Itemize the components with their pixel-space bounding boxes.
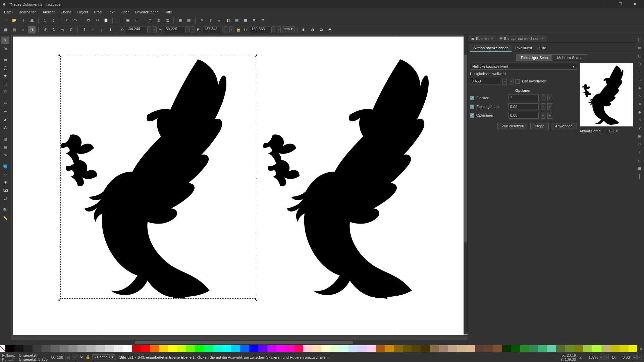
opacity-inc[interactable]: + <box>72 355 76 360</box>
threshold-dec[interactable]: − <box>502 78 507 84</box>
opacity-value[interactable]: 100 <box>57 355 63 359</box>
reset-button[interactable]: Zurücksetzen <box>497 123 528 129</box>
color-swatch[interactable] <box>421 345 430 352</box>
menu-pfad[interactable]: Pfad <box>92 9 105 15</box>
color-swatch[interactable] <box>484 345 493 352</box>
unlink-button[interactable]: ⛓ <box>163 17 171 24</box>
color-swatch[interactable] <box>547 345 556 352</box>
spiral-tool[interactable]: ➰ <box>1 88 9 96</box>
color-swatch[interactable] <box>457 345 466 352</box>
smooth-checkbox[interactable]: ✓ <box>470 105 474 109</box>
color-swatch[interactable] <box>77 345 87 352</box>
close-tab-layers[interactable]: ✕ <box>490 37 494 40</box>
color-swatch[interactable] <box>330 345 339 352</box>
color-swatch[interactable] <box>529 345 538 352</box>
spray-tool[interactable]: ❄ <box>1 179 9 186</box>
resize-handle-se[interactable]: ↘ <box>254 297 258 301</box>
selectors-button[interactable]: ⚑ <box>251 17 258 24</box>
color-swatch[interactable] <box>430 345 439 352</box>
lock-ratio-button[interactable]: 🔒 <box>235 26 242 34</box>
palette-menu[interactable]: ◂ <box>637 345 644 352</box>
snap-path[interactable]: ∿ <box>637 93 643 99</box>
menu-ebene[interactable]: Ebene <box>58 9 74 15</box>
canvas[interactable]: ↖ ↕ ↗ ↔ ↔ ↙ ↕ ↘ ↖⇲ <box>11 35 468 340</box>
snap-rotation[interactable]: ⟳ <box>637 141 643 147</box>
visibility-icon[interactable]: 👁 <box>80 355 84 359</box>
color-swatch[interactable] <box>222 345 231 352</box>
flip-h-button[interactable]: ⇋ <box>59 26 66 34</box>
color-swatch[interactable] <box>294 345 304 352</box>
text-dialog-button[interactable]: T <box>207 17 214 24</box>
affect-corners-button[interactable]: ◑ <box>309 26 316 34</box>
color-swatch[interactable] <box>511 345 520 352</box>
resize-handle-nw[interactable]: ↖ <box>58 53 61 57</box>
color-swatch[interactable] <box>60 345 69 352</box>
resize-handle-n[interactable]: ↕ <box>157 53 160 57</box>
color-swatch[interactable] <box>213 345 222 352</box>
menu-erweiterungen[interactable]: Erweiterungen <box>132 9 161 15</box>
color-swatch[interactable] <box>258 345 267 352</box>
color-swatch[interactable] <box>520 345 529 352</box>
color-swatch[interactable] <box>141 345 150 352</box>
resize-handle-sw[interactable]: ↙ <box>58 297 61 301</box>
affect-stroke-button[interactable]: ◐ <box>300 26 308 34</box>
align-dialog-button[interactable]: ≡ <box>216 17 223 24</box>
subtab-help[interactable]: Hilfe <box>535 45 549 52</box>
color-swatch[interactable] <box>376 345 385 352</box>
duplicate-button[interactable]: ⿻ <box>146 17 153 24</box>
dove-image-copy[interactable] <box>263 56 459 299</box>
redo-button[interactable]: ↷ <box>72 17 79 24</box>
menu-bearbeiten[interactable]: Bearbeiten <box>16 9 39 15</box>
unit-select[interactable]: mm ▾ <box>282 26 294 33</box>
resize-handle-s[interactable]: ↕ <box>157 297 160 301</box>
affect-gradient-button[interactable]: ◒ <box>318 26 325 34</box>
paste-button[interactable]: 📋 <box>102 17 110 24</box>
snap-intersect[interactable]: ✕ <box>637 101 643 107</box>
snap-enable[interactable]: ⬚ <box>637 37 643 43</box>
snap-mid[interactable]: ⊡ <box>637 69 643 75</box>
flip-v-button[interactable]: ⇵ <box>67 26 75 34</box>
color-swatch[interactable] <box>556 345 565 352</box>
smooth-dec[interactable]: − <box>541 103 545 110</box>
trace-method-select[interactable]: Helligkeitsschwellwert▾ <box>470 63 577 70</box>
affect-pattern-button[interactable]: ◓ <box>326 26 334 34</box>
tweak-tool[interactable]: 〰 <box>1 171 9 178</box>
h-dec[interactable]: − <box>271 26 275 33</box>
color-swatch[interactable] <box>367 345 376 352</box>
snap-grid[interactable]: ▦ <box>637 165 643 171</box>
zoom-page-button[interactable]: ▭ <box>133 17 140 24</box>
color-swatch[interactable] <box>5 345 14 352</box>
import-button[interactable]: ⤵ <box>41 17 49 24</box>
x-input[interactable]: -34,244 <box>126 26 146 33</box>
w-input[interactable]: 137,848 <box>203 26 223 33</box>
color-swatch[interactable] <box>87 345 96 352</box>
color-swatch[interactable] <box>105 345 114 352</box>
rot-inc[interactable]: + <box>637 355 642 360</box>
color-swatch[interactable] <box>267 345 276 352</box>
subtab-trace[interactable]: Bitmap nachzeichnen <box>470 45 512 52</box>
prefs-button[interactable]: ⚙ <box>259 17 267 24</box>
color-swatch[interactable] <box>96 345 105 352</box>
color-swatch[interactable] <box>123 345 132 352</box>
color-swatch[interactable] <box>150 345 159 352</box>
y-inc[interactable]: + <box>191 26 195 33</box>
snap-page[interactable]: ▭ <box>637 157 643 163</box>
node-tool[interactable]: ↘ <box>1 45 9 52</box>
color-swatch[interactable] <box>385 345 394 352</box>
color-swatch[interactable] <box>412 345 421 352</box>
resize-handle-ne[interactable]: ↗ <box>254 53 258 57</box>
lower-button[interactable]: ↓ <box>98 26 105 34</box>
speckles-inc[interactable]: + <box>547 95 552 101</box>
print-button[interactable]: 🖶 <box>28 17 36 24</box>
snap-guide[interactable]: │ <box>637 173 643 179</box>
color-swatch[interactable] <box>168 345 177 352</box>
rot-dec[interactable]: − <box>632 355 637 360</box>
raise-button[interactable]: ↑ <box>89 26 97 34</box>
rotate-cw-button[interactable]: ↻ <box>50 26 57 34</box>
selector-tool[interactable]: ↖ <box>1 37 9 44</box>
group-button[interactable]: ▦ <box>176 17 184 24</box>
zoom-tool[interactable]: 🔍 <box>1 206 9 214</box>
color-swatch[interactable] <box>51 345 60 352</box>
snap-object[interactable]: ▣ <box>637 133 643 139</box>
color-swatch[interactable] <box>394 345 403 352</box>
